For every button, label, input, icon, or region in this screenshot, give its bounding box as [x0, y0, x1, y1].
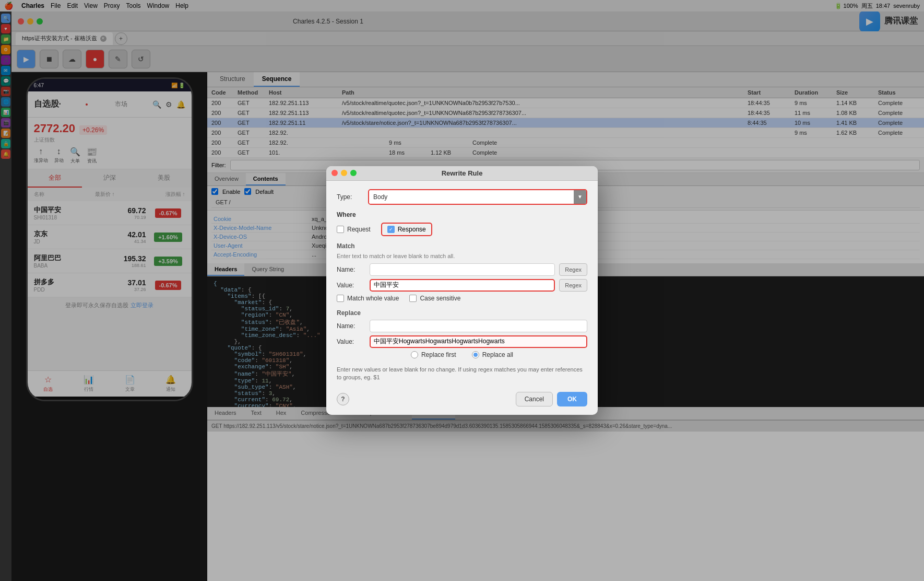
- modal-match-whole-group: Match whole value: [337, 295, 399, 302]
- modal-cancel-button[interactable]: Cancel: [516, 392, 553, 406]
- modal-response-checkbox[interactable]: ✓: [387, 226, 395, 233]
- modal-match-whole-checkbox[interactable]: [337, 295, 344, 302]
- modal-match-name-input[interactable]: [370, 263, 555, 276]
- modal-type-label: Type:: [337, 193, 363, 201]
- modal-maximize-btn[interactable]: [350, 170, 357, 176]
- modal-request-label: Request: [347, 226, 371, 233]
- modal-replace-section: Replace Name: Value: Replace first: [337, 309, 587, 358]
- modal-help-button[interactable]: ?: [337, 393, 349, 405]
- modal-match-title: Match: [337, 242, 587, 250]
- modal-match-section: Match Enter text to match or leave blank…: [337, 242, 587, 302]
- modal-case-sensitive-label: Case sensitive: [420, 295, 460, 302]
- modal-response-label: Response: [398, 226, 426, 233]
- modal-replace-radio-group: Replace first Replace all: [337, 351, 587, 358]
- modal-hint-text: Enter new values or leave blank for no c…: [337, 366, 587, 382]
- modal-traffic-lights: [331, 170, 357, 176]
- modal-match-value-input[interactable]: [370, 279, 555, 292]
- modal-match-name-regex-btn[interactable]: Regex: [559, 263, 587, 276]
- modal-close-btn[interactable]: [331, 170, 338, 176]
- modal-overlay: Rewrite Rule Type: Body ▼ Where Request: [0, 0, 924, 581]
- modal-replace-all-radio[interactable]: [472, 351, 479, 358]
- modal-where-section: Where Request ✓ Response: [337, 211, 587, 236]
- modal-titlebar: Rewrite Rule: [326, 166, 598, 181]
- modal-replace-name-row: Name:: [337, 320, 587, 332]
- modal-type-dropdown-arrow[interactable]: ▼: [574, 190, 586, 204]
- modal-title: Rewrite Rule: [442, 169, 483, 177]
- modal-match-value-regex-btn[interactable]: Regex: [559, 279, 587, 292]
- modal-replace-name-label: Name:: [337, 322, 365, 330]
- modal-match-name-row: Name: Regex: [337, 263, 587, 276]
- modal-case-sensitive-checkbox[interactable]: [409, 295, 417, 302]
- modal-replace-all-label: Replace all: [482, 351, 513, 358]
- modal-replace-title: Replace: [337, 309, 587, 317]
- modal-where-label: Where: [337, 211, 587, 218]
- modal-replace-name-input[interactable]: [370, 320, 587, 332]
- modal-buttons: ? Cancel OK: [337, 388, 587, 406]
- modal-type-row: Type: Body ▼: [337, 189, 587, 205]
- modal-match-value-row: Value: Regex: [337, 279, 587, 292]
- modal-match-description: Enter text to match or leave blank to ma…: [337, 253, 587, 259]
- modal-case-sensitive-group: Case sensitive: [409, 295, 460, 302]
- modal-match-whole-label: Match whole value: [347, 295, 399, 302]
- modal-body: Type: Body ▼ Where Request ✓: [326, 181, 598, 415]
- modal-replace-value-row: Value:: [337, 335, 587, 348]
- modal-replace-first-option[interactable]: Replace first: [411, 351, 456, 358]
- modal-response-highlighted: ✓ Response: [381, 223, 432, 236]
- modal-replace-value-input[interactable]: [370, 335, 587, 348]
- modal-request-group: Request: [337, 226, 371, 233]
- modal-replace-value-label: Value:: [337, 338, 365, 345]
- modal-type-value: Body: [369, 190, 574, 204]
- modal-match-name-label: Name:: [337, 266, 365, 273]
- modal-replace-all-option[interactable]: Replace all: [472, 351, 513, 358]
- modal-replace-first-label: Replace first: [421, 351, 456, 358]
- modal-ok-button[interactable]: OK: [557, 392, 587, 406]
- modal-match-options-row: Match whole value Case sensitive: [337, 295, 587, 302]
- rewrite-rule-modal: Rewrite Rule Type: Body ▼ Where Request: [326, 166, 598, 415]
- modal-replace-first-radio[interactable]: [411, 351, 418, 358]
- modal-where-row: Request ✓ Response: [337, 223, 587, 236]
- modal-minimize-btn[interactable]: [341, 170, 347, 176]
- modal-match-value-label: Value:: [337, 282, 365, 289]
- modal-type-select-container: Body ▼: [368, 189, 587, 205]
- modal-request-checkbox[interactable]: [337, 226, 344, 233]
